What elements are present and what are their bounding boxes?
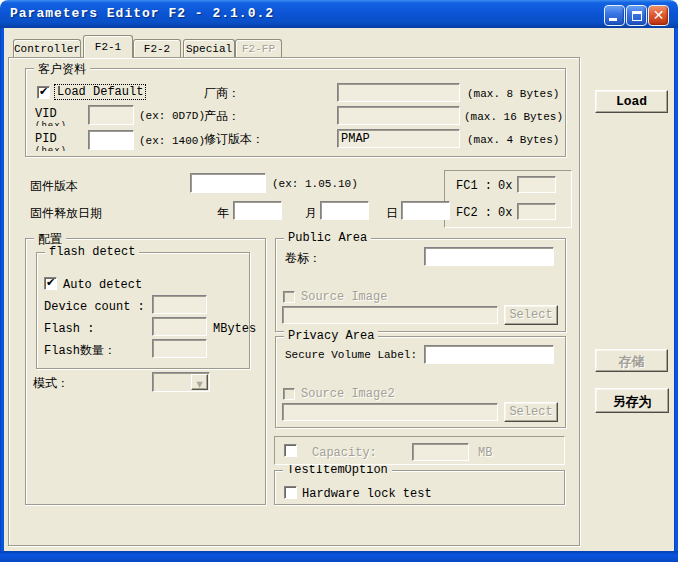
- window-border-bottom: [0, 551, 678, 562]
- tab-f2-2[interactable]: F2-2: [133, 39, 181, 57]
- hardware-lock-label: Hardware lock test: [302, 487, 432, 501]
- source-image-label: Source Image: [301, 290, 387, 304]
- load-button[interactable]: Load: [595, 90, 668, 113]
- tab-special[interactable]: Special: [183, 39, 235, 57]
- source-image-checkbox: [283, 291, 295, 303]
- capacity-unit-label: MB: [478, 446, 492, 460]
- flash-qty-label: Flash数量：: [44, 342, 116, 359]
- year-input[interactable]: [233, 201, 282, 220]
- check-icon: ✔: [46, 276, 55, 289]
- tab-controller[interactable]: Controller: [13, 39, 81, 57]
- capacity-input: [412, 443, 469, 461]
- capacity-checkbox[interactable]: [284, 444, 297, 457]
- customer-info-group-title: 客户资料: [34, 61, 90, 78]
- load-default-label[interactable]: Load Default: [55, 85, 145, 99]
- month-label: 月: [305, 205, 317, 222]
- tab-f2-fp: F2-FP: [235, 39, 282, 57]
- vid-hint: (ex: 0D7D): [139, 110, 205, 122]
- auto-detect-checkbox[interactable]: ✔: [44, 277, 57, 290]
- firmware-version-input[interactable]: [190, 173, 266, 193]
- product-hint: (max. 16 Bytes): [464, 111, 563, 123]
- fc2-input: [517, 203, 556, 220]
- source-image2-checkbox: [283, 388, 295, 400]
- pid-hint: (ex: 1400): [139, 135, 205, 147]
- minimize-button[interactable]: [604, 5, 625, 26]
- close-button[interactable]: ✕: [648, 5, 669, 26]
- flash-label: Flash :: [44, 322, 94, 336]
- tab-f2-1[interactable]: F2-1: [83, 35, 133, 58]
- firmware-version-label: 固件版本: [30, 178, 78, 195]
- month-input[interactable]: [320, 201, 369, 220]
- minimize-icon: [609, 18, 617, 21]
- window-title: Parameters Editor F2 - 2.1.0.2: [10, 6, 274, 21]
- title-bar[interactable]: Parameters Editor F2 - 2.1.0.2 ✕: [0, 0, 678, 28]
- device-count-label: Device count :: [44, 300, 145, 314]
- year-label: 年: [217, 205, 229, 222]
- fc1-label: FC1 :: [456, 179, 492, 193]
- day-label: 日: [386, 205, 398, 222]
- firmware-date-label: 固件释放日期: [30, 205, 102, 222]
- combo-dropdown-button: ▼: [191, 374, 208, 390]
- secure-volume-input[interactable]: [424, 345, 554, 364]
- pid-sublabel: (hex): [35, 146, 67, 151]
- flash-input: [152, 317, 207, 336]
- privacy-area-group-title: Privacy Area: [284, 329, 378, 343]
- maximize-icon: [632, 11, 642, 21]
- mode-combobox: ▼: [152, 372, 210, 392]
- source-image-select-button: Select: [504, 305, 558, 325]
- hardware-lock-checkbox[interactable]: [284, 486, 297, 499]
- source-image2-label: Source Image2: [301, 387, 395, 401]
- vid-label: VID: [35, 107, 57, 121]
- capacity-label: Capacity:: [312, 446, 377, 460]
- parameters-editor-window: Parameters Editor F2 - 2.1.0.2 ✕ Control…: [0, 0, 678, 562]
- firmware-version-hint: (ex: 1.05.10): [272, 178, 358, 190]
- test-item-group-title: TestItemOption: [283, 463, 392, 477]
- window-border-right: [674, 28, 678, 557]
- vid-input: [88, 105, 134, 125]
- fc1-prefix: 0x: [498, 179, 512, 193]
- volume-input[interactable]: [424, 247, 554, 266]
- source-image2-select-button: Select: [504, 402, 558, 422]
- secure-volume-label: Secure Volume Label:: [285, 349, 417, 361]
- flash-unit-label: MBytes: [213, 322, 256, 336]
- load-default-checkbox[interactable]: ✔: [37, 86, 50, 99]
- save-button: 存储: [595, 349, 668, 372]
- volume-label: 卷标：: [285, 250, 321, 267]
- vendor-input: [337, 83, 460, 102]
- day-input[interactable]: [401, 201, 450, 220]
- mode-label: 模式：: [33, 375, 69, 392]
- source-image2-path-input: [282, 403, 498, 421]
- product-input: [337, 106, 460, 125]
- fc2-label: FC2 :: [456, 206, 492, 220]
- save-as-button[interactable]: 另存为: [595, 388, 669, 413]
- pid-input[interactable]: [88, 130, 134, 150]
- public-area-group-title: Public Area: [284, 231, 371, 245]
- fc1-input: [517, 176, 556, 193]
- flash-qty-input: [152, 339, 207, 358]
- vendor-hint: (max. 8 Bytes): [467, 88, 559, 100]
- vendor-label: 厂商：: [204, 85, 240, 102]
- flash-detect-group-title: flash detect: [45, 245, 139, 259]
- source-image-path-input: [282, 306, 498, 324]
- maximize-button[interactable]: [626, 5, 647, 26]
- chevron-down-icon: ▼: [196, 380, 202, 389]
- auto-detect-label: Auto detect: [63, 278, 142, 292]
- pid-label: PID: [35, 132, 57, 146]
- close-icon: ✕: [649, 7, 668, 23]
- revision-input: [337, 129, 460, 148]
- vid-sublabel: (hex): [35, 121, 67, 126]
- revision-hint: (max. 4 Bytes): [467, 134, 559, 146]
- device-count-input: [152, 295, 207, 314]
- product-label: 产品：: [204, 108, 240, 125]
- revision-label: 修订版本：: [204, 131, 264, 148]
- fc2-prefix: 0x: [498, 206, 512, 220]
- check-icon: ✔: [39, 85, 48, 98]
